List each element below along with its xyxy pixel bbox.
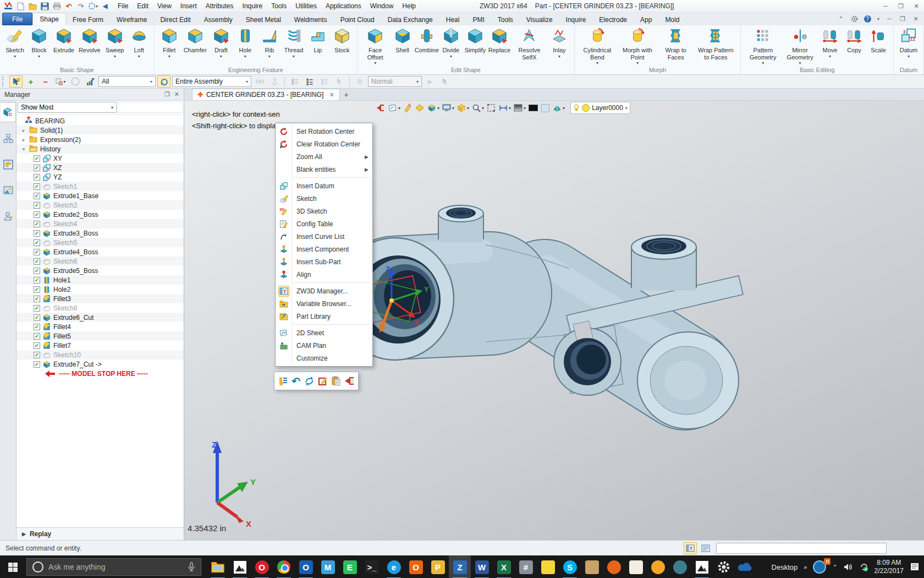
ribbon-tab-inquire[interactable]: Inquire (559, 14, 593, 25)
action-alert-icon[interactable]: !! (813, 560, 826, 574)
ribbon-tab-data-exchange[interactable]: Data Exchange (381, 14, 439, 25)
visibility-checkbox[interactable]: ✓ (34, 361, 40, 368)
gear-icon[interactable] (849, 13, 859, 24)
color-filter-icon[interactable] (84, 75, 97, 88)
stock-button[interactable]: Stock (330, 26, 354, 60)
settings-taskbar-icon[interactable] (713, 555, 735, 578)
move-button[interactable]: Move▾ (818, 26, 842, 60)
menu-item-cam-plan[interactable]: CAM Plan (276, 339, 372, 352)
desktop-label[interactable]: Desktop (772, 563, 798, 571)
frame-select-button[interactable] (486, 103, 496, 113)
action-center-icon[interactable] (910, 562, 920, 572)
command-input[interactable] (716, 543, 887, 554)
visibility-checkbox[interactable]: ✓ (34, 155, 40, 162)
menu-item-insert-curve-list[interactable]: Insert Curve List (276, 230, 372, 243)
visibility-checkbox[interactable]: ✓ (34, 249, 40, 255)
shape-manager-tab[interactable] (1, 102, 16, 122)
tree-folder-solid1[interactable]: ▸Solid(1) (16, 126, 184, 135)
tree-item[interactable]: ✓XY (16, 154, 184, 163)
undo-icon[interactable]: ↶ (64, 1, 74, 11)
replay-bar[interactable]: ▶ Replay (16, 527, 184, 540)
calculator-taskbar-icon[interactable]: # (515, 555, 537, 578)
pick-region-icon[interactable]: ▾ (54, 75, 67, 88)
restore-button[interactable]: ❐ (893, 1, 909, 12)
sketch-button[interactable]: Sketch▾ (3, 26, 27, 60)
hole-button[interactable]: Hole▾ (233, 26, 257, 60)
zw3d-taskbar-icon[interactable]: Z (449, 555, 471, 578)
menu-item-2d-sheet[interactable]: 2D Sheet (276, 326, 372, 339)
block-button[interactable]: Block▾ (27, 26, 51, 60)
doc-close-button[interactable]: ✕ (911, 13, 921, 24)
tree-item[interactable]: ✓Sketch4 (16, 219, 184, 228)
visibility-checkbox[interactable]: ✓ (34, 165, 40, 171)
menu-item-zw3d-manager[interactable]: TZW3D Manager... (276, 285, 372, 297)
start-button[interactable] (0, 555, 25, 578)
morph-with-point-button[interactable]: Morph with Point▾ (617, 26, 658, 67)
copy-button[interactable]: Copy (842, 26, 866, 60)
manager-close-icon[interactable]: ✕ (174, 91, 179, 98)
run-pointer-icon[interactable]: ▶ (424, 75, 437, 88)
orbit-icon[interactable]: ▾ (88, 1, 98, 11)
pointer-gray-icon[interactable] (333, 75, 346, 88)
draft-button[interactable]: Draft▾ (209, 26, 233, 60)
minimize-button[interactable]: ─ (878, 1, 893, 12)
visibility-checkbox[interactable]: ✓ (34, 202, 40, 209)
clipboard-icon[interactable] (332, 376, 341, 386)
replace-button[interactable]: Replace (487, 26, 512, 60)
visibility-checkbox[interactable]: ✓ (34, 277, 40, 283)
pick-list-c-icon[interactable] (318, 75, 331, 88)
menu-item-clear-rotation-center[interactable]: Clear Rotation Center (276, 138, 372, 150)
menu-item-zoom-all[interactable]: Zoom All▶ (276, 150, 372, 163)
wrap-to-faces-button[interactable]: Wrap to Faces (658, 26, 694, 67)
zoom-mode-button[interactable]: ▾ (471, 103, 484, 113)
document-tab[interactable]: ✚ CENTER GRINDER 03.Z3 - [BEARING] ✕ (192, 89, 340, 100)
command-prompt-taskbar-icon[interactable]: >_ (361, 555, 383, 578)
fillet-button[interactable]: Fillet▾ (157, 26, 182, 60)
lip-button[interactable]: Lip (306, 26, 330, 60)
ribbon-tab-direct-edit[interactable]: Direct Edit (153, 14, 197, 25)
skype-taskbar-icon[interactable]: S (559, 555, 581, 578)
doc-restore-button[interactable]: ❐ (898, 13, 908, 24)
section-view-button[interactable]: ▾ (552, 103, 565, 113)
menu-inquire[interactable]: Inquire (238, 1, 267, 11)
chamfer-button[interactable]: Chamfer (182, 26, 209, 60)
onedrive-taskbar-icon[interactable] (735, 555, 757, 578)
more-chevrons-icon[interactable]: » (804, 564, 807, 570)
ribbon-tab-heal[interactable]: Heal (439, 14, 466, 25)
file-menu-button[interactable]: File (2, 13, 32, 25)
filter-combo[interactable]: All▾ (98, 76, 156, 87)
mirror-geometry-button[interactable]: Mirror Geometry▾ (782, 26, 818, 67)
visibility-checkbox[interactable]: ✓ (34, 305, 40, 312)
visibility-checkbox[interactable]: ✓ (34, 174, 40, 181)
menu-edit[interactable]: Edit (133, 1, 153, 11)
undo-icon[interactable]: ↶ (292, 376, 300, 386)
collapse-ribbon-icon[interactable]: ⌃ (836, 13, 846, 24)
sticky-notes-taskbar-icon[interactable] (537, 555, 559, 578)
tree-item[interactable]: ✓Hole1 (16, 275, 184, 285)
ribbon-tab-mold[interactable]: Mold (658, 14, 686, 25)
menu-item-sketch[interactable]: Sketch (276, 192, 372, 205)
exit-part-icon[interactable] (344, 377, 354, 385)
close-button[interactable]: ✕ (909, 1, 924, 12)
visibility-checkbox[interactable]: ✓ (34, 183, 40, 190)
lasso-pick-icon[interactable] (69, 75, 82, 88)
volume-icon[interactable] (844, 563, 854, 571)
menu-item-blank-entities[interactable]: Blank entities▶ (276, 163, 372, 176)
pick-list-b-icon[interactable] (303, 75, 316, 88)
save-icon[interactable] (40, 1, 50, 11)
print-icon[interactable] (52, 1, 62, 11)
menu-view[interactable]: View (153, 1, 176, 11)
camera-lenses-taskbar-icon[interactable] (669, 555, 691, 578)
visibility-checkbox[interactable]: ✓ (34, 333, 40, 340)
file-explorer-taskbar-icon[interactable] (207, 555, 229, 578)
tree-item[interactable]: ✓XZ (16, 163, 184, 172)
mode-combo[interactable]: Normal▾ (368, 76, 422, 87)
opera-taskbar-icon[interactable]: O (251, 555, 273, 578)
new-file-icon[interactable] (15, 1, 25, 11)
help-icon[interactable]: ? (862, 13, 872, 24)
visibility-checkbox[interactable]: ✓ (34, 352, 40, 358)
chevron-right-icon[interactable]: ▸ (21, 137, 26, 143)
evernote-taskbar-icon[interactable]: E (339, 555, 361, 578)
tab-close-icon[interactable]: ✕ (329, 91, 334, 99)
clock[interactable]: 8:09 AM 2/22/2017 (875, 559, 904, 575)
